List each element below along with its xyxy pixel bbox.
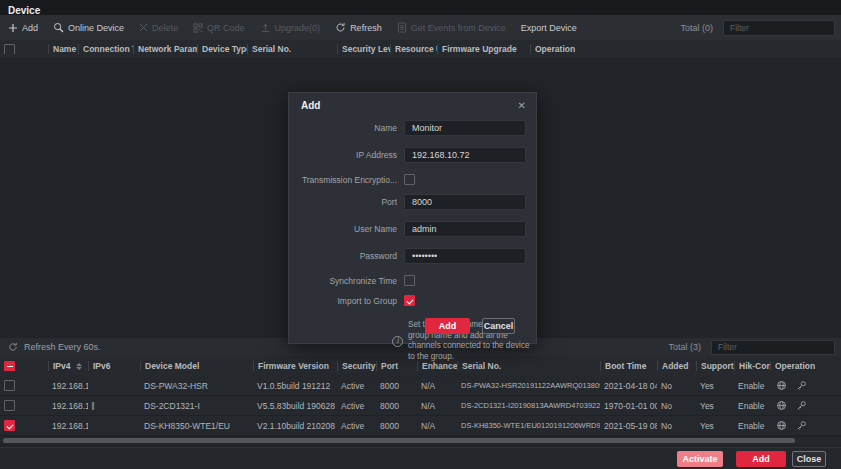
online-filter-input[interactable]: [711, 340, 835, 355]
cell-enhanced: N/A: [417, 401, 457, 411]
transmission-encryption-label: Transmission Encryptio...: [289, 175, 397, 185]
col-serial[interactable]: Serial No.: [457, 361, 600, 371]
device-table-header: Name Connection T... Network Param... De…: [0, 40, 841, 58]
row-checkbox[interactable]: [4, 400, 15, 411]
cell-boot-time: 1970-01-01 00...: [600, 401, 657, 411]
online-total-count: Total (3): [668, 342, 701, 352]
close-button[interactable]: Close: [792, 451, 826, 467]
col-support[interactable]: Support ...: [696, 361, 734, 371]
upgrade-button[interactable]: Upgrade(0): [260, 22, 321, 33]
sort-icon[interactable]: [76, 363, 82, 370]
col-name[interactable]: Name: [48, 44, 78, 54]
cell-added: No: [657, 421, 696, 431]
cell-serial: DS-2CD1321-I20190813AAWRD47039229: [457, 401, 600, 410]
upload-icon: [260, 22, 271, 33]
transmission-encryption-checkbox[interactable]: [404, 174, 415, 185]
export-device-button[interactable]: Export Device: [521, 23, 577, 33]
row-checkbox[interactable]: [4, 420, 15, 431]
name-field[interactable]: [404, 120, 526, 136]
row-checkbox[interactable]: [4, 380, 15, 391]
cell-hik-connect: Enable: [734, 421, 770, 431]
cell-support: Yes: [696, 401, 734, 411]
activate-button[interactable]: Activate: [677, 451, 723, 467]
cell-model: DS-KH8350-WTE1/EU: [140, 421, 253, 431]
col-hik-connect[interactable]: Hik-Conn...: [734, 361, 770, 371]
name-label: Name: [289, 123, 397, 133]
table-row[interactable]: 192.168.10... ▍ DS-2CD1321-I V5.5.83buil…: [0, 396, 841, 416]
add-button[interactable]: Add: [8, 23, 38, 33]
col-port[interactable]: Port: [376, 361, 417, 371]
col-operation: Operation: [530, 44, 841, 54]
refresh-every-label: Refresh Every 60s.: [24, 342, 101, 352]
synchronize-time-checkbox[interactable]: [404, 275, 415, 286]
globe-icon[interactable]: [776, 400, 787, 411]
online-device-rows: 192.168.10.21 DS-PWA32-HSR V1.0.5build 1…: [0, 376, 841, 436]
cell-serial: DS-PWA32-HSR20191122AAWRQ01380926...: [457, 381, 600, 390]
col-device-model[interactable]: Device Model: [140, 361, 253, 371]
toolbar-right: Total (0): [680, 20, 835, 36]
password-field[interactable]: [404, 248, 526, 264]
col-firmware-upgrade[interactable]: Firmware Upgrade: [437, 44, 530, 54]
col-network-param[interactable]: Network Param...: [133, 44, 197, 54]
ip-address-label: IP Address: [289, 150, 397, 160]
key-icon[interactable]: [796, 420, 807, 431]
dialog-add-button[interactable]: Add: [425, 318, 470, 334]
qr-code-button[interactable]: QR Code: [193, 23, 245, 33]
col-ipv6[interactable]: IPv6: [88, 361, 140, 371]
col-connection-type[interactable]: Connection T...: [78, 44, 133, 54]
col-ipv4[interactable]: IPv4: [48, 361, 88, 371]
info-icon: i: [392, 336, 403, 347]
col-device-type[interactable]: Device Type: [197, 44, 247, 54]
get-events-button[interactable]: Get Events from Device: [397, 22, 506, 33]
select-all-online-checkbox[interactable]: [4, 361, 15, 371]
cell-hik-connect: Enable: [734, 401, 770, 411]
online-device-button[interactable]: Online Device: [53, 22, 124, 33]
table-row[interactable]: 192.168.10.72 DS-KH8350-WTE1/EU V2.1.10b…: [0, 416, 841, 436]
col-serial-no[interactable]: Serial No.: [247, 44, 337, 54]
refresh-icon[interactable]: [8, 342, 18, 352]
globe-icon[interactable]: [776, 420, 787, 431]
search-icon: [53, 22, 64, 33]
user-name-field[interactable]: [404, 221, 526, 237]
col-added[interactable]: Added: [657, 361, 696, 371]
cell-model: DS-2CD1321-I: [140, 401, 253, 411]
col-security[interactable]: Security ...: [337, 361, 376, 371]
col-enhanced[interactable]: Enhance...: [417, 361, 457, 371]
select-all-devices-checkbox[interactable]: [4, 44, 15, 54]
cell-security: Active: [337, 381, 376, 391]
key-icon[interactable]: [796, 380, 807, 391]
tab-bar: Device: [0, 0, 841, 15]
table-row[interactable]: 192.168.10.21 DS-PWA32-HSR V1.0.5build 1…: [0, 376, 841, 396]
col-resource-usage[interactable]: Resource Us...: [390, 44, 437, 54]
close-icon[interactable]: ✕: [518, 100, 526, 111]
col-boot-time[interactable]: Boot Time: [600, 361, 657, 371]
horizontal-scrollbar: [0, 438, 841, 444]
cell-firmware: V5.5.83build 190628: [253, 401, 337, 411]
footer-add-button[interactable]: Add: [736, 451, 786, 467]
cell-ipv4: 192.168.10.72: [48, 421, 88, 431]
ip-address-field[interactable]: [404, 147, 526, 163]
cell-operation: [770, 400, 841, 411]
scrollbar-thumb[interactable]: [3, 438, 795, 443]
key-icon[interactable]: [796, 400, 807, 411]
cell-hik-connect: Enable: [734, 381, 770, 391]
import-to-group-checkbox[interactable]: [404, 295, 415, 306]
dialog-title: Add: [301, 100, 320, 111]
user-name-label: User Name: [289, 224, 397, 234]
globe-icon[interactable]: [776, 380, 787, 391]
delete-button[interactable]: Delete: [139, 23, 178, 33]
cell-port: 8000: [376, 401, 417, 411]
refresh-button[interactable]: Refresh: [335, 22, 382, 33]
synchronize-time-label: Synchronize Time: [289, 276, 397, 286]
port-field[interactable]: [404, 194, 526, 210]
cell-boot-time: 2021-04-18 04...: [600, 381, 657, 391]
dialog-cancel-button[interactable]: Cancel: [482, 318, 515, 334]
cell-added: No: [657, 381, 696, 391]
col-security-level[interactable]: Security Level: [337, 44, 390, 54]
col-firmware-version[interactable]: Firmware Version: [253, 361, 337, 371]
cell-firmware: V2.1.10build 210208: [253, 421, 337, 431]
password-label: Password: [289, 251, 397, 261]
device-toolbar: Add Online Device Delete QR Code Upgrade…: [0, 15, 841, 40]
device-filter-input[interactable]: [723, 20, 835, 36]
dialog-header: Add ✕: [289, 93, 536, 118]
